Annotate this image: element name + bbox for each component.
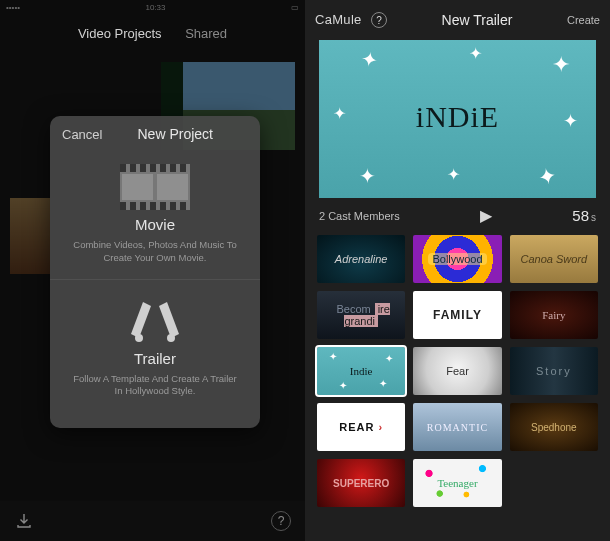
- status-bar: ••••• 10:33 ▭: [0, 0, 305, 14]
- create-button[interactable]: Create: [567, 14, 600, 26]
- star-icon: ✦: [381, 353, 397, 364]
- template-bollywood[interactable]: Bollywood: [413, 235, 501, 283]
- star-icon: ✦: [333, 104, 346, 123]
- template-spedhone[interactable]: Spedhone: [510, 403, 598, 451]
- duration: 58s: [572, 207, 596, 224]
- help-icon[interactable]: ?: [371, 12, 387, 28]
- signal-dots: •••••: [6, 3, 20, 12]
- tab-video-projects[interactable]: Video Projects: [78, 26, 162, 41]
- option-movie-label: Movie: [68, 216, 242, 233]
- tab-shared[interactable]: Shared: [185, 26, 227, 41]
- template-fear[interactable]: Fear: [413, 347, 501, 395]
- play-button[interactable]: ▶: [480, 206, 492, 225]
- help-icon[interactable]: ?: [271, 511, 291, 531]
- download-icon[interactable]: [14, 511, 34, 531]
- template-become[interactable]: Becomire grandi: [317, 291, 405, 339]
- template-teenager[interactable]: Teenager: [413, 459, 501, 507]
- svg-marker-0: [131, 302, 151, 338]
- template-canoa-sword[interactable]: Canoa Sword: [510, 235, 598, 283]
- star-icon: ✦: [447, 165, 460, 184]
- project-thumbnail[interactable]: [10, 198, 50, 274]
- option-trailer-desc: Follow A Template And Create A Trailer I…: [68, 373, 242, 399]
- star-icon: ✦: [335, 380, 351, 391]
- star-icon: ✦: [359, 47, 380, 74]
- projects-screen: ••••• 10:33 ▭ Video Projects Shared Canc…: [0, 0, 305, 541]
- spotlights-icon: [125, 298, 185, 344]
- star-icon: ✦: [325, 351, 341, 362]
- template-family[interactable]: FAMILY: [413, 291, 501, 339]
- svg-point-2: [135, 334, 143, 342]
- template-story[interactable]: Story: [510, 347, 598, 395]
- svg-marker-1: [159, 302, 179, 338]
- battery-icon: ▭: [291, 3, 299, 12]
- brand-label: CaMule: [315, 12, 362, 27]
- back-brand[interactable]: CaMule ?: [315, 12, 387, 29]
- option-movie-desc: Combine Videos, Photos And Music To Crea…: [68, 239, 242, 265]
- option-movie[interactable]: Movie Combine Videos, Photos And Music T…: [50, 148, 260, 279]
- preview-meta: 2 Cast Members ▶ 58s: [319, 206, 596, 225]
- sheet-title: New Project: [102, 126, 248, 142]
- option-trailer-label: Trailer: [68, 350, 242, 367]
- template-grid: Adrenaline Bollywood Canoa Sword Becomir…: [317, 235, 598, 507]
- star-icon: ✦: [535, 162, 558, 191]
- template-fairy[interactable]: Fairy: [510, 291, 598, 339]
- template-rear[interactable]: REAR: [317, 403, 405, 451]
- template-superhero[interactable]: SUPERERO: [317, 459, 405, 507]
- library-tabs: Video Projects Shared: [0, 26, 305, 41]
- star-icon: ✦: [552, 52, 570, 78]
- film-strip-icon: [120, 164, 190, 210]
- star-icon: ✦: [563, 110, 578, 132]
- svg-point-3: [167, 334, 175, 342]
- clock: 10:33: [145, 3, 165, 12]
- star-icon: ✦: [469, 44, 482, 63]
- star-icon: ✦: [375, 378, 391, 389]
- screen-title: New Trailer: [442, 12, 513, 28]
- star-icon: ✦: [359, 164, 376, 188]
- option-trailer[interactable]: Trailer Follow A Template And Create A T…: [50, 279, 260, 413]
- cancel-button[interactable]: Cancel: [62, 127, 102, 142]
- template-indie[interactable]: ✦ ✦ ✦ ✦ Indie: [317, 347, 405, 395]
- new-project-sheet: Cancel New Project Movie Combine Videos,…: [50, 116, 260, 428]
- bottom-toolbar: ?: [0, 501, 305, 541]
- cast-count: 2 Cast Members: [319, 210, 400, 222]
- template-romantic[interactable]: ROMANTIC: [413, 403, 501, 451]
- trailer-header: CaMule ? New Trailer Create: [305, 0, 610, 40]
- template-adrenaline[interactable]: Adrenaline: [317, 235, 405, 283]
- trailer-picker-screen: CaMule ? New Trailer Create iNDiE ✦ ✦ ✦ …: [305, 0, 610, 541]
- trailer-preview[interactable]: iNDiE ✦ ✦ ✦ ✦ ✦ ✦ ✦ ✦: [319, 40, 596, 198]
- preview-title: iNDiE: [416, 100, 499, 134]
